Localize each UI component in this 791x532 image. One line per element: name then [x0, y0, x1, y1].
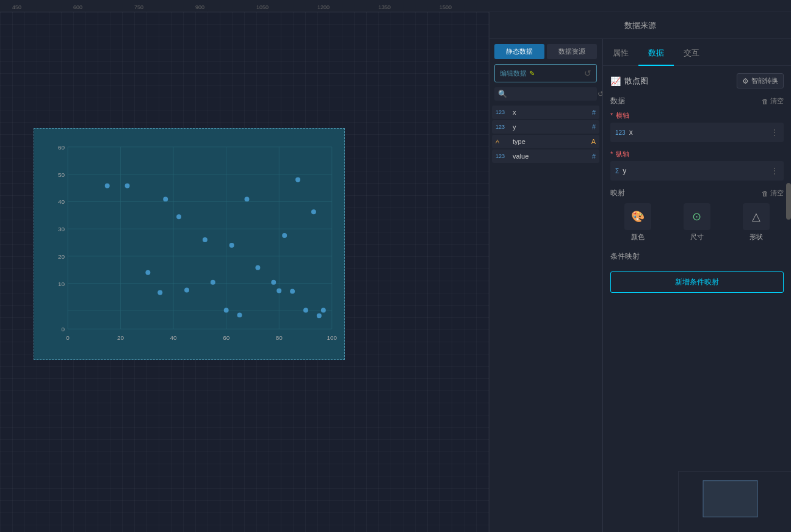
mini-map	[678, 471, 791, 532]
size-icon: ⊙	[692, 210, 701, 223]
clear-label: 清空	[770, 96, 784, 106]
field-item-value[interactable]: 123 value #	[492, 149, 599, 163]
field-type-y: 123	[496, 124, 510, 130]
svg-point-33	[176, 214, 181, 219]
ruler-mark: 600	[73, 4, 82, 10]
mapping-color[interactable]: 🎨 颜色	[610, 203, 665, 242]
svg-point-42	[271, 280, 276, 285]
panels-row: 静态数据 数据资源 编辑数据 ✎ ↺ 🔍 ↺ 123 x	[489, 39, 791, 532]
field-icon-type: A	[591, 138, 596, 145]
tab-interact[interactable]: 交互	[674, 41, 709, 66]
props-panel: 属性 数据 交互 📈 散点图 ⚙ 智能转换	[603, 39, 791, 532]
data-section-header: 数据 🗑 清空	[610, 96, 784, 106]
mapping-section-header: 映射 🗑 清空	[610, 188, 784, 198]
svg-text:10: 10	[58, 281, 65, 287]
color-label: 颜色	[631, 232, 645, 242]
y-axis-label: 纵轴	[616, 150, 629, 157]
svg-point-38	[229, 243, 234, 248]
field-name-x: x	[513, 109, 592, 116]
search-input[interactable]	[510, 90, 594, 98]
y-field-more-icon[interactable]: ⋮	[770, 166, 779, 176]
canvas-area[interactable]: 60 50 40 30 20 10 0 0 20 40 60 80 100	[0, 12, 489, 532]
mapping-clear-button[interactable]: 🗑 清空	[762, 189, 784, 198]
svg-point-44	[282, 233, 287, 238]
mapping-trash-icon: 🗑	[762, 190, 768, 197]
mapping-section: 映射 🗑 清空 🎨 颜色	[610, 188, 784, 242]
add-condition-button[interactable]: 新增条件映射	[610, 271, 784, 293]
props-content: 📈 散点图 ⚙ 智能转换 数据 🗑 清空	[603, 66, 791, 532]
scroll-indicator[interactable]	[786, 183, 791, 220]
ruler-mark: 1200	[317, 4, 330, 10]
mapping-title: 映射	[610, 188, 625, 198]
search-row: 🔍 ↺	[494, 87, 597, 101]
x-axis-field-box: 123 x ⋮	[610, 123, 784, 142]
condition-title: 条件映射	[610, 251, 640, 262]
y-axis-field-box: Σ y ⋮	[610, 161, 784, 181]
field-item-type[interactable]: A type A	[492, 135, 599, 148]
svg-text:0: 0	[62, 326, 65, 332]
svg-point-28	[105, 184, 110, 189]
svg-point-39	[237, 312, 242, 317]
ruler-mark: 750	[134, 4, 143, 10]
svg-text:60: 60	[223, 334, 230, 341]
field-item-x[interactable]: 123 x #	[492, 106, 599, 119]
tab-datasource[interactable]: 数据资源	[547, 44, 597, 59]
ruler-mark: 450	[12, 4, 21, 10]
pencil-icon: ✎	[529, 70, 535, 77]
tab-data[interactable]: 数据	[638, 41, 674, 66]
size-label: 尺寸	[690, 232, 704, 242]
svg-point-50	[321, 307, 326, 312]
mapping-size[interactable]: ⊙ 尺寸	[670, 203, 724, 242]
svg-text:20: 20	[58, 253, 65, 260]
ruler-mark: 1350	[378, 4, 391, 10]
svg-point-37	[224, 307, 229, 312]
y-axis-label-row: * 纵轴	[610, 149, 784, 159]
tab-properties[interactable]: 属性	[603, 41, 638, 66]
mini-map-svg	[679, 472, 791, 532]
chart-container[interactable]: 60 50 40 30 20 10 0 0 20 40 60 80 100	[34, 128, 345, 360]
svg-point-49	[317, 313, 322, 318]
tab-static-data[interactable]: 静态数据	[494, 44, 544, 59]
svg-point-40	[245, 196, 250, 201]
mini-map-inner	[679, 472, 791, 532]
smart-convert-button[interactable]: ⚙ 智能转换	[737, 73, 784, 88]
x-field-more-icon[interactable]: ⋮	[770, 128, 779, 137]
data-panel-tabs: 静态数据 数据资源	[489, 39, 602, 59]
ruler-top: 450 600 750 900 1050 1200 1350 1500	[0, 0, 791, 12]
mapping-shape[interactable]: △ 形状	[729, 203, 784, 242]
ruler-mark: 1050	[256, 4, 269, 10]
svg-point-29	[125, 184, 130, 189]
condition-section-header: 条件映射	[610, 251, 784, 262]
x-axis-label: 横轴	[616, 112, 629, 119]
data-panel: 静态数据 数据资源 编辑数据 ✎ ↺ 🔍 ↺ 123 x	[489, 39, 602, 532]
shape-label: 形状	[749, 232, 763, 242]
mapping-clear-label: 清空	[770, 189, 784, 198]
edit-data-button[interactable]: 编辑数据 ✎ ↺	[494, 64, 597, 82]
right-panel: 数据来源 静态数据 数据资源 编辑数据 ✎ ↺ 🔍 ↺	[489, 12, 791, 532]
color-icon: 🎨	[631, 210, 645, 223]
field-type-x: 123	[496, 109, 510, 115]
svg-point-35	[203, 237, 208, 242]
svg-point-32	[163, 196, 168, 201]
shape-icon-box: △	[743, 203, 770, 230]
refresh-icon: ↺	[584, 68, 591, 78]
svg-point-34	[184, 288, 189, 293]
data-clear-button[interactable]: 🗑 清空	[762, 96, 784, 106]
main-layout: 60 50 40 30 20 10 0 0 20 40 60 80 100	[0, 12, 791, 532]
size-icon-box: ⊙	[684, 203, 710, 230]
edit-data-label: 编辑数据	[500, 69, 527, 78]
field-item-y[interactable]: 123 y #	[492, 120, 599, 134]
field-icon-value: #	[592, 153, 596, 160]
field-icon-y: #	[592, 123, 596, 131]
svg-point-48	[311, 209, 316, 214]
svg-text:50: 50	[58, 171, 65, 178]
svg-text:80: 80	[276, 334, 283, 341]
svg-rect-0	[34, 129, 344, 359]
svg-point-36	[211, 280, 215, 285]
svg-rect-52	[703, 481, 757, 517]
field-name-y: y	[513, 123, 592, 131]
svg-text:0: 0	[66, 334, 70, 341]
field-name-type: type	[513, 138, 591, 145]
search-icon: 🔍	[498, 90, 507, 98]
condition-section: 条件映射 新增条件映射	[610, 251, 784, 293]
